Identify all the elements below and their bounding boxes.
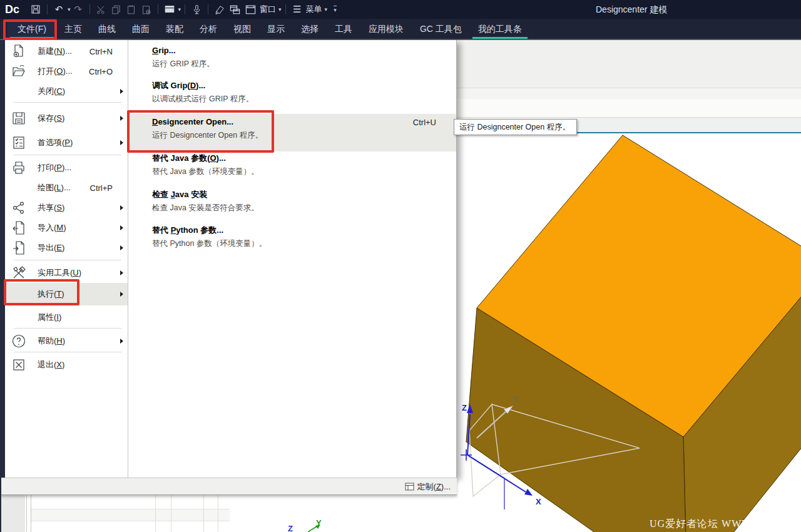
display-style-caret-icon[interactable]: ▾	[178, 6, 181, 13]
menu-menu-button[interactable]: 菜单	[306, 4, 322, 15]
menu-item-share[interactable]: 共享(S)	[5, 198, 128, 218]
submenu-arrow-icon	[120, 292, 123, 297]
menu-item-import[interactable]: 导入(M)	[5, 218, 128, 238]
window-caret-icon: ▾	[278, 6, 282, 13]
menu-caret-icon: ▾	[325, 6, 328, 13]
mini-z-axis-label: Z	[288, 524, 293, 532]
submenu-arrow-icon	[120, 205, 123, 210]
customize-button[interactable]: 定制(Z)...	[402, 480, 453, 494]
customize-icon	[405, 483, 414, 491]
menu-item-export[interactable]: 导出(E)	[5, 238, 128, 258]
x-axis-label: X	[536, 497, 541, 506]
graphics-viewport[interactable]: Z X Y	[457, 132, 801, 532]
paste-special-button[interactable]	[139, 1, 154, 18]
app-logo: Dc	[5, 3, 19, 16]
tab-my-toolbar[interactable]: 我的工具条	[470, 19, 530, 39]
tooltip: 运行 Designcenter Open 程序。	[454, 119, 577, 135]
tab-select[interactable]: 选择	[293, 19, 327, 39]
tab-view[interactable]: 视图	[225, 19, 259, 39]
menu-item-close[interactable]: 关闭(C)	[5, 81, 128, 101]
table-margin	[1, 495, 25, 532]
tab-curve[interactable]: 曲线	[90, 19, 124, 39]
import-icon	[11, 220, 26, 235]
table-row	[31, 509, 230, 521]
menu-item-plot[interactable]: 绘图(L)... Ctrl+P	[5, 178, 128, 198]
border-bar	[457, 99, 801, 118]
window-menu-button[interactable]: 窗口	[260, 4, 276, 15]
touch-mode-button[interactable]	[212, 1, 227, 18]
3d-cube	[466, 135, 801, 532]
new-window-button[interactable]	[243, 1, 258, 18]
cut-button[interactable]	[94, 1, 109, 18]
forum-watermark: UG爱好者论坛 WWW.UGSNX.COM	[650, 518, 801, 531]
file-menu-panel: 新建(N)... Ctrl+N 打开(O)... Ctrl+O 关闭(C) 保存…	[5, 40, 128, 478]
shortcut: Ctrl+N	[89, 47, 113, 56]
microphone-icon	[191, 4, 202, 15]
annotation-box-execute	[4, 279, 79, 305]
tab-display[interactable]: 显示	[259, 19, 293, 39]
divider	[185, 4, 185, 14]
y-axis-label: Y	[513, 395, 518, 404]
menu-item-open[interactable]: 打开(O)... Ctrl+O	[5, 61, 128, 81]
tab-application-module[interactable]: 应用模块	[360, 19, 412, 39]
display-style-icon	[164, 4, 175, 15]
z-axis-label: Z	[462, 403, 467, 412]
printer-icon	[11, 160, 26, 175]
divider	[158, 4, 158, 14]
save-button[interactable]	[28, 1, 43, 18]
menu-item-properties[interactable]: 属性(I)	[5, 307, 128, 327]
window-edge	[0, 40, 5, 495]
tab-gc-toolkit[interactable]: GC 工具包	[412, 19, 470, 39]
submenu-arrow-icon	[120, 245, 123, 250]
tab-surface[interactable]: 曲面	[124, 19, 158, 39]
divider	[89, 4, 90, 14]
submenu-arrow-icon	[120, 140, 123, 145]
annotation-box-designcenter-open	[127, 110, 274, 153]
menu-item-preferences[interactable]: 首选项(P)	[5, 131, 128, 155]
new-window-icon	[245, 4, 257, 16]
microphone-button[interactable]	[189, 1, 204, 18]
tab-analysis[interactable]: 分析	[191, 19, 225, 39]
menu-separator	[14, 260, 121, 260]
copy-button[interactable]	[109, 1, 124, 18]
submenu-item-grip[interactable]: Grip... 运行 GRIP 程序。	[128, 43, 456, 69]
redo-icon: ↷	[74, 4, 82, 15]
tab-tools[interactable]: 工具	[327, 19, 360, 39]
submenu-arrow-icon	[120, 225, 123, 230]
title-bar: Dc ↶ ▾ ↷ ▾ 窗口 ▾ ☰	[0, 0, 801, 19]
menu-separator	[14, 102, 121, 103]
menu-separator	[14, 155, 121, 155]
new-document-icon	[11, 44, 26, 59]
menu-item-exit[interactable]: 退出(X)	[5, 355, 128, 375]
save-icon	[11, 111, 26, 126]
tab-home[interactable]: 主页	[56, 19, 90, 39]
submenu-arrow-icon	[120, 339, 123, 344]
submenu-item-debug-grip[interactable]: 调试 Grip(D)... 以调试模式运行 GRIP 程序。	[128, 78, 456, 105]
cascade-windows-button[interactable]	[227, 1, 243, 18]
item-description: 替代 Python 参数（环境变量）。	[152, 238, 456, 249]
undo-button[interactable]: ↶	[51, 1, 66, 18]
ribbon-tab-bar: 文件(F) 主页 曲线 曲面 装配 分析 视图 显示 选择 工具 应用模块 GC…	[0, 19, 801, 39]
hamburger-icon[interactable]: ☰	[290, 1, 305, 18]
cascade-windows-icon	[229, 4, 241, 16]
display-style-button[interactable]	[162, 1, 177, 18]
item-description: 检查 Java 安装是否符合要求。	[152, 203, 456, 213]
toolbar-overflow-button[interactable]: ▾	[334, 6, 337, 13]
open-folder-icon	[11, 64, 26, 79]
submenu-item-override-java[interactable]: 替代 Java 参数(O)... 替代 Java 参数（环境变量）。	[128, 150, 456, 177]
menu-item-new[interactable]: 新建(N)... Ctrl+N	[5, 41, 128, 61]
application-window: Dc ↶ ▾ ↷ ▾ 窗口 ▾ ☰	[0, 0, 801, 532]
menu-item-print[interactable]: 打印(P)...	[5, 158, 128, 178]
submenu-item-override-python[interactable]: 替代 Python 参数... 替代 Python 参数（环境变量）。	[128, 222, 456, 249]
paste-button[interactable]	[124, 1, 139, 18]
redo-button[interactable]: ↷	[71, 1, 86, 18]
cut-icon	[96, 4, 106, 15]
tab-assembly[interactable]: 装配	[158, 19, 191, 39]
submenu-item-check-java[interactable]: 检查 Java 安装 检查 Java 安装是否符合要求。	[128, 187, 456, 213]
menu-item-help[interactable]: 帮助(H)	[5, 331, 128, 351]
menu-item-save[interactable]: 保存(S)	[5, 106, 128, 130]
submenu-arrow-icon	[120, 89, 123, 94]
ribbon-empty-area	[457, 40, 801, 88]
share-icon	[11, 200, 26, 215]
divider	[208, 4, 208, 14]
